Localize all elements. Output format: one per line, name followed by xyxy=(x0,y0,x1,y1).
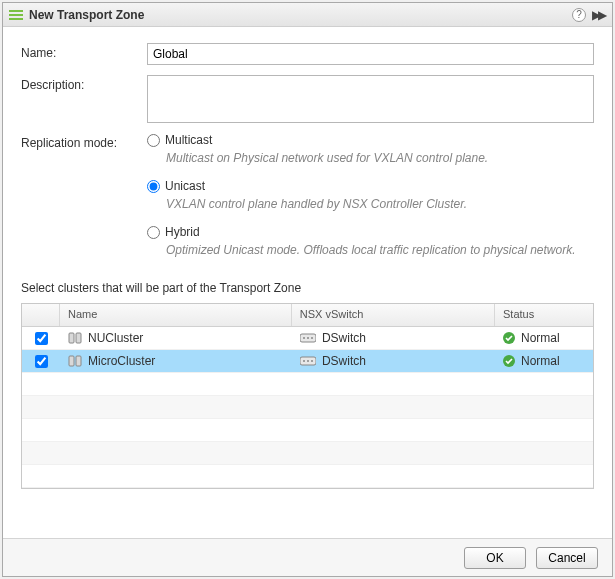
dialog-footer: OK Cancel xyxy=(3,538,612,576)
name-label: Name: xyxy=(21,43,147,60)
multicast-radio[interactable] xyxy=(147,134,160,147)
replication-row: Replication mode: Multicast Multicast on… xyxy=(21,133,594,271)
dialog-content: Name: Description: Replication mode: Mul… xyxy=(3,27,612,538)
vswitch-icon xyxy=(300,355,316,367)
switch-name: DSwitch xyxy=(322,354,366,368)
col-header-status[interactable]: Status xyxy=(495,304,593,326)
svg-rect-1 xyxy=(9,14,23,16)
unicast-description: VXLAN control plane handled by NSX Contr… xyxy=(166,197,594,211)
svg-rect-10 xyxy=(69,356,74,366)
table-row-empty xyxy=(22,442,593,465)
cancel-button[interactable]: Cancel xyxy=(536,547,598,569)
cluster-name: MicroCluster xyxy=(88,354,155,368)
titlebar: New Transport Zone ? ▶▶ xyxy=(3,3,612,27)
svg-rect-3 xyxy=(69,333,74,343)
help-icon[interactable]: ? xyxy=(572,8,586,22)
multicast-label: Multicast xyxy=(165,133,212,147)
switch-name: DSwitch xyxy=(322,331,366,345)
vswitch-icon xyxy=(300,332,316,344)
name-input[interactable] xyxy=(147,43,594,65)
status-text: Normal xyxy=(521,331,560,345)
svg-point-14 xyxy=(307,360,309,362)
clusters-caption: Select clusters that will be part of the… xyxy=(21,281,594,295)
hybrid-label: Hybrid xyxy=(165,225,200,239)
col-header-name[interactable]: Name xyxy=(60,304,292,326)
description-input[interactable] xyxy=(147,75,594,123)
cluster-icon xyxy=(68,331,82,345)
expand-icon[interactable]: ▶▶ xyxy=(592,8,606,22)
table-row-empty xyxy=(22,419,593,442)
svg-rect-0 xyxy=(9,10,23,12)
transport-zone-icon xyxy=(9,8,23,22)
status-ok-icon xyxy=(503,332,515,344)
description-label: Description: xyxy=(21,75,147,92)
hybrid-description: Optimized Unicast mode. Offloads local t… xyxy=(166,243,594,257)
table-row-empty xyxy=(22,465,593,488)
svg-point-8 xyxy=(311,337,313,339)
cluster-name: NUCluster xyxy=(88,331,143,345)
multicast-description: Multicast on Physical network used for V… xyxy=(166,151,594,165)
clusters-table-body: NUCluster DSwitch Normal xyxy=(22,327,593,488)
clusters-table: Name NSX vSwitch Status NUCluster xyxy=(21,303,594,489)
dialog-window: New Transport Zone ? ▶▶ Name: Descriptio… xyxy=(2,2,613,577)
row-checkbox[interactable] xyxy=(35,355,48,368)
svg-point-6 xyxy=(303,337,305,339)
svg-point-15 xyxy=(311,360,313,362)
status-ok-icon xyxy=(503,355,515,367)
cluster-icon xyxy=(68,354,82,368)
table-row-empty xyxy=(22,373,593,396)
row-checkbox[interactable] xyxy=(35,332,48,345)
window-title: New Transport Zone xyxy=(29,8,566,22)
table-row-empty xyxy=(22,396,593,419)
col-header-check xyxy=(22,304,60,326)
clusters-table-header: Name NSX vSwitch Status xyxy=(22,304,593,327)
svg-point-7 xyxy=(307,337,309,339)
unicast-label: Unicast xyxy=(165,179,205,193)
replication-option-multicast[interactable]: Multicast xyxy=(147,133,594,147)
svg-rect-2 xyxy=(9,18,23,20)
col-header-switch[interactable]: NSX vSwitch xyxy=(292,304,495,326)
ok-button[interactable]: OK xyxy=(464,547,526,569)
svg-rect-11 xyxy=(76,356,81,366)
replication-option-hybrid[interactable]: Hybrid xyxy=(147,225,594,239)
hybrid-radio[interactable] xyxy=(147,226,160,239)
name-row: Name: xyxy=(21,43,594,65)
replication-mode-group: Multicast Multicast on Physical network … xyxy=(147,133,594,271)
svg-rect-4 xyxy=(76,333,81,343)
svg-point-13 xyxy=(303,360,305,362)
replication-label: Replication mode: xyxy=(21,133,147,150)
table-row[interactable]: MicroCluster DSwitch Normal xyxy=(22,350,593,373)
description-row: Description: xyxy=(21,75,594,123)
replication-option-unicast[interactable]: Unicast xyxy=(147,179,594,193)
unicast-radio[interactable] xyxy=(147,180,160,193)
table-row[interactable]: NUCluster DSwitch Normal xyxy=(22,327,593,350)
status-text: Normal xyxy=(521,354,560,368)
